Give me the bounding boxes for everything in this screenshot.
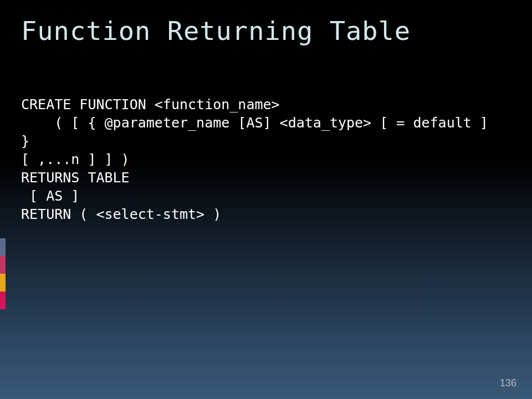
code-line: ( [ { @parameter_name [AS] <data_type> [… (21, 115, 497, 149)
accent-block (0, 238, 6, 256)
slide-title: Function Returning Table (0, 0, 532, 46)
code-line: CREATE FUNCTION <function_name> (21, 96, 280, 112)
accent-block (0, 274, 6, 291)
accent-block (0, 256, 6, 274)
accent-strip (0, 238, 6, 309)
slide: Function Returning Table CREATE FUNCTION… (0, 0, 532, 399)
code-line: RETURNS TABLE (21, 170, 130, 186)
code-block: CREATE FUNCTION <function_name> ( [ { @p… (0, 46, 532, 223)
code-line: [ AS ] (21, 188, 79, 204)
page-number: 136 (500, 377, 516, 389)
code-line: [ ,...n ] ] ) (21, 151, 130, 167)
accent-block (0, 291, 6, 309)
code-line: RETURN ( <select-stmt> ) (21, 206, 221, 222)
